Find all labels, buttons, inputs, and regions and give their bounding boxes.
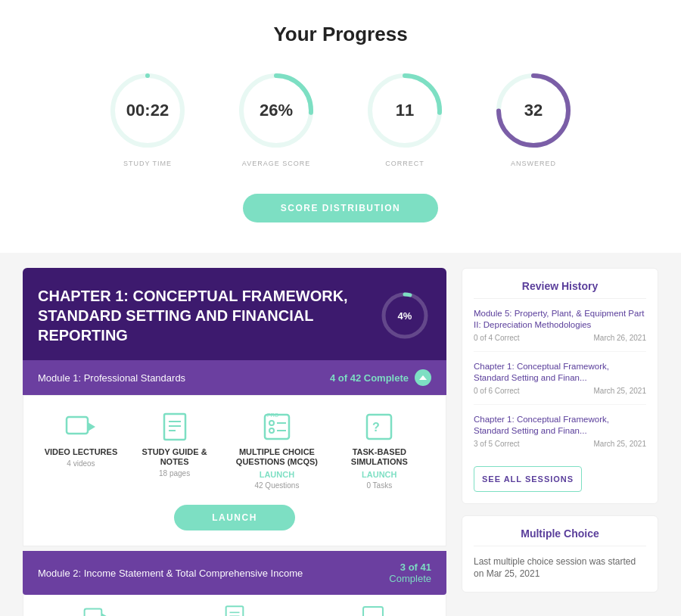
- review-item-3-correct: 3 of 5 Correct: [474, 440, 520, 448]
- svg-point-17: [269, 421, 274, 425]
- study-guide-sub: 18 pages: [159, 469, 190, 478]
- stat-study-time: 00:22 Study Time: [98, 69, 197, 167]
- review-item-1-correct: 0 of 4 Correct: [474, 334, 520, 342]
- module2-progress: 3 of 41: [389, 562, 431, 573]
- module2-complete-label: Complete: [389, 573, 431, 584]
- stats-row: 00:22 Study Time 26% Average Score: [15, 69, 666, 167]
- svg-text:PRO: PRO: [267, 412, 279, 418]
- resources-grid: Video Lectures 4 videos Study Guide & No…: [39, 411, 431, 490]
- module2-video-icon: [83, 604, 109, 616]
- video-sub: 4 videos: [67, 459, 95, 468]
- mcq-icon: PRO: [261, 411, 293, 443]
- tbs-sub: 0 Tasks: [366, 481, 392, 490]
- chapter-title: Chapter 1: Conceptual Framework, Standar…: [38, 286, 367, 345]
- review-item-3-title: Chapter 1: Conceptual Framework, Standar…: [474, 414, 646, 437]
- module2-title: Module 2: Income Statement & Total Compr…: [38, 568, 303, 579]
- module2-resources: [23, 595, 446, 616]
- module1-bar: Module 1: Professional Standards 4 of 42…: [23, 360, 446, 395]
- answered-circle: 32: [492, 69, 575, 152]
- stat-average-score: 26% Average Score: [227, 69, 325, 167]
- average-score-value: 26%: [260, 101, 293, 120]
- review-item-3-date: March 25, 2021: [594, 440, 647, 448]
- review-item-2-title: Chapter 1: Conceptual Framework, Standar…: [474, 361, 646, 384]
- correct-circle: 11: [363, 69, 446, 152]
- top-section: Your Progress 00:22 Study Time: [0, 0, 681, 253]
- review-item-1-meta: 0 of 4 Correct March 26, 2021: [474, 334, 646, 342]
- review-history-title: Review History: [474, 280, 646, 299]
- study-guide-name: Study Guide & Notes: [129, 447, 220, 467]
- see-all-sessions-button[interactable]: See All Sessions: [474, 466, 582, 492]
- module2-book-icon: [222, 604, 247, 616]
- review-history-card: Review History Module 5: Property, Plant…: [462, 268, 658, 504]
- multiple-choice-card: Multiple Choice Last multiple choice ses…: [462, 515, 658, 593]
- chapter-progress-value: 4%: [398, 310, 412, 322]
- average-score-circle: 26%: [235, 69, 318, 152]
- resource-video: Video Lectures 4 videos: [45, 411, 118, 490]
- svg-point-18: [269, 428, 274, 433]
- launch-button[interactable]: Launch: [174, 505, 295, 530]
- study-guide-icon: [159, 411, 191, 443]
- review-item-2: Chapter 1: Conceptual Framework, Standar…: [474, 361, 646, 405]
- video-icon: [65, 411, 97, 443]
- answered-label: Answered: [511, 160, 556, 167]
- study-time-circle: 00:22: [106, 69, 189, 152]
- module1-bar-inner: 4 of 42 Complete: [330, 369, 431, 386]
- correct-value: 11: [396, 101, 414, 120]
- video-name: Video Lectures: [45, 447, 118, 457]
- review-item-3: Chapter 1: Conceptual Framework, Standar…: [474, 414, 646, 457]
- svg-rect-16: [265, 415, 289, 439]
- page-title: Your Progress: [15, 23, 666, 46]
- svg-rect-24: [85, 609, 102, 616]
- resource-mcq: PRO Multiple Choice Questions (MCQs) Lau…: [232, 411, 322, 490]
- module1-progress: 4 of 42 Complete: [330, 372, 409, 384]
- answered-value: 32: [524, 101, 543, 120]
- mcq-name: Multiple Choice Questions (MCQs): [232, 447, 322, 467]
- review-item-1: Module 5: Property, Plant, & Equipment P…: [474, 308, 646, 352]
- multiple-choice-title: Multiple Choice: [474, 527, 646, 546]
- tbs-launch-label[interactable]: Launch: [362, 470, 396, 479]
- tbs-icon: ?: [363, 411, 395, 443]
- resource-tbs: ? Task-Based Simulations Launch 0 Tasks: [334, 411, 424, 490]
- svg-rect-10: [67, 417, 88, 434]
- study-time-label: Study Time: [123, 160, 172, 167]
- mcq-sub: 42 Questions: [254, 481, 299, 490]
- svg-marker-25: [102, 614, 108, 616]
- resources-section: Video Lectures 4 videos Study Guide & No…: [23, 395, 446, 546]
- stat-answered: 32 Answered: [484, 69, 583, 167]
- stat-correct: 11 Correct: [356, 69, 454, 167]
- tbs-name: Task-Based Simulations: [334, 447, 424, 467]
- svg-rect-26: [226, 607, 244, 616]
- review-item-3-meta: 3 of 5 Correct March 25, 2021: [474, 440, 646, 448]
- study-time-value: 00:22: [126, 101, 169, 120]
- svg-text:?: ?: [372, 421, 380, 434]
- review-item-2-correct: 0 of 6 Correct: [474, 387, 520, 395]
- correct-label: Correct: [385, 160, 424, 167]
- left-panel: Chapter 1: Conceptual Framework, Standar…: [23, 268, 446, 616]
- svg-marker-11: [88, 422, 95, 431]
- module1-title: Module 1: Professional Standards: [38, 372, 185, 384]
- module2-mcq-icon: [360, 604, 386, 616]
- chapter-banner: Chapter 1: Conceptual Framework, Standar…: [23, 268, 446, 360]
- main-content: Chapter 1: Conceptual Framework, Standar…: [0, 253, 681, 616]
- review-item-1-date: March 26, 2021: [594, 334, 647, 342]
- multiple-choice-description: Last multiple choice session was started…: [474, 555, 646, 581]
- module2-bar: Module 2: Income Statement & Total Compr…: [23, 551, 446, 595]
- review-item-2-meta: 0 of 6 Correct March 25, 2021: [474, 387, 646, 395]
- review-item-1-title: Module 5: Property, Plant, & Equipment P…: [474, 308, 646, 331]
- resource-study-guide: Study Guide & Notes 18 pages: [129, 411, 220, 490]
- module1-collapse-button[interactable]: [415, 369, 431, 386]
- right-panel: Review History Module 5: Property, Plant…: [462, 268, 658, 616]
- average-score-label: Average Score: [242, 160, 310, 167]
- svg-rect-29: [363, 607, 383, 616]
- score-distribution-button[interactable]: Score Distribution: [243, 194, 438, 222]
- mcq-launch-label[interactable]: Launch: [260, 470, 294, 479]
- chapter-progress-circle: 4%: [378, 289, 431, 342]
- review-item-2-date: March 25, 2021: [594, 387, 647, 395]
